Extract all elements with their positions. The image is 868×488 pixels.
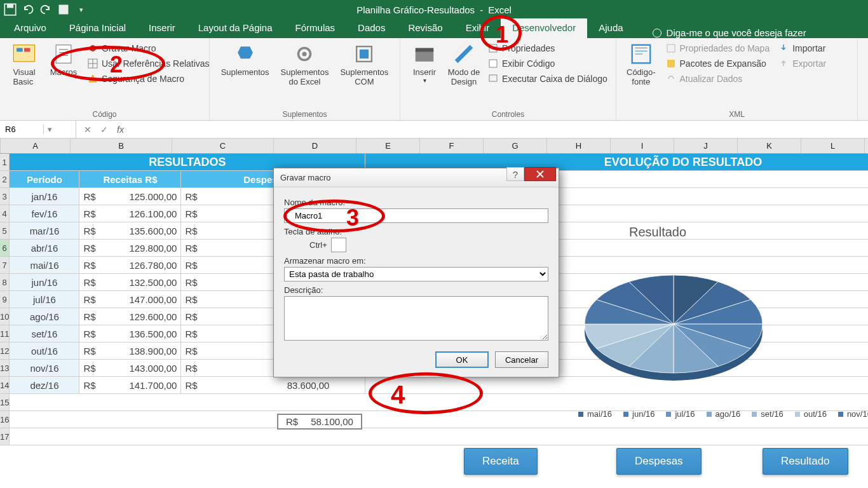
tab-formulas[interactable]: Fórmulas	[284, 18, 347, 38]
seguranca-macro-button[interactable]: Segurança de Macro	[85, 72, 212, 85]
cell[interactable]: mar/16	[10, 222, 79, 239]
row-header-15[interactable]: 15	[0, 394, 10, 411]
cell[interactable]: out/16	[10, 342, 79, 359]
col-I[interactable]: I	[611, 139, 674, 153]
row-header-1[interactable]: 1	[0, 154, 10, 171]
tab-dados[interactable]: Dados	[346, 18, 397, 38]
cell[interactable]: R$135.600,00	[79, 222, 181, 239]
gravar-macro-button[interactable]: Gravar Macro	[85, 42, 212, 55]
visual-basic-button[interactable]: Visual Basic	[6, 41, 42, 88]
tab-desenvolvedor[interactable]: Desenvolvedor	[501, 18, 587, 38]
col-E[interactable]: E	[356, 139, 420, 153]
pacotes-expansao-button[interactable]: Pacotes de Expansão	[663, 57, 773, 70]
tab-pagina-inicial[interactable]: Página Inicial	[58, 18, 137, 38]
col-F[interactable]: F	[420, 139, 484, 153]
row-header-12[interactable]: 12	[0, 342, 10, 360]
dialog-help-button[interactable]: ?	[506, 167, 524, 181]
shortcut-input[interactable]	[331, 238, 346, 252]
receita-button[interactable]: Receita	[464, 448, 538, 475]
codigo-fonte-button[interactable]: Código- fonte	[623, 41, 660, 88]
namebox-dropdown-icon[interactable]: ▾	[43, 125, 52, 134]
tab-ajuda[interactable]: Ajuda	[587, 18, 634, 38]
cell[interactable]: Período	[10, 171, 79, 187]
cell[interactable]: nov/16	[10, 360, 79, 376]
cell[interactable]: Receitas R$	[79, 171, 181, 187]
cell[interactable]: fev/16	[10, 205, 79, 222]
cell[interactable]: jun/16	[10, 274, 79, 290]
row-header-5[interactable]: 5	[0, 222, 10, 240]
col-G[interactable]: G	[484, 139, 547, 153]
col-B[interactable]: B	[71, 139, 172, 153]
row-header-7[interactable]: 7	[0, 257, 10, 274]
row-header-17[interactable]: 17	[0, 428, 10, 445]
ok-button[interactable]: OK	[435, 351, 489, 368]
fx-icon[interactable]: fx	[117, 125, 124, 135]
row-header-13[interactable]: 13	[0, 360, 10, 377]
cell[interactable]: jul/16	[10, 291, 79, 308]
cell[interactable]: R$126.780,00	[79, 257, 181, 273]
cell[interactable]: ago/16	[10, 308, 79, 325]
cell[interactable]: R$141.700,00	[79, 377, 181, 393]
row-header-4[interactable]: 4	[0, 205, 10, 222]
cell[interactable]: R$126.100,00	[79, 205, 181, 222]
prop-mapa-button[interactable]: Propriedades do Mapa	[663, 42, 773, 55]
suplementos-com-button[interactable]: Suplementos COM	[336, 41, 392, 88]
tab-revisao[interactable]: Revisão	[397, 18, 454, 38]
col-K[interactable]: K	[738, 139, 801, 153]
row-header-3[interactable]: 3	[0, 188, 10, 205]
col-M[interactable]: M	[865, 139, 868, 153]
cell[interactable]: jan/16	[10, 188, 79, 205]
save-icon[interactable]	[4, 3, 17, 16]
exibir-codigo-button[interactable]: Exibir Código	[485, 57, 610, 70]
modo-design-button[interactable]: Modo de Design	[446, 41, 482, 88]
name-box[interactable]: ▾	[0, 121, 76, 138]
dialog-close-button[interactable]	[524, 167, 556, 181]
col-A[interactable]: A	[1, 139, 71, 153]
cancel-formula-icon[interactable]: ✕	[84, 125, 92, 135]
cell[interactable]: set/16	[10, 325, 79, 342]
suplementos-excel-button[interactable]: Suplementos do Excel	[277, 41, 333, 88]
cell[interactable]: dez/16	[10, 377, 79, 393]
col-H[interactable]: H	[547, 139, 611, 153]
row-header-6[interactable]: 6	[0, 240, 10, 257]
row-header-9[interactable]: 9	[0, 291, 10, 308]
col-C[interactable]: C	[172, 139, 274, 153]
despesas-button[interactable]: Despesas	[616, 448, 702, 475]
cell[interactable]: R$143.000,00	[79, 360, 181, 376]
col-D[interactable]: D	[274, 139, 356, 153]
cell[interactable]: R$147.000,00	[79, 291, 181, 308]
cell[interactable]: R$132.500,00	[79, 274, 181, 290]
cell[interactable]: mai/16	[10, 257, 79, 273]
cell[interactable]: R$83.600,00	[181, 377, 365, 393]
macro-name-input[interactable]	[284, 208, 548, 223]
row-header-10[interactable]: 10	[0, 308, 10, 325]
store-select[interactable]: Esta pasta de trabalho	[284, 267, 548, 281]
row-header-16[interactable]: 16	[0, 411, 10, 428]
name-box-input[interactable]	[5, 125, 43, 134]
tab-exibir[interactable]: Exibir	[454, 18, 501, 38]
suplementos-button[interactable]: Suplementos	[217, 41, 273, 78]
cell[interactable]: R$136.500,00	[79, 325, 181, 342]
save2-icon[interactable]	[57, 3, 70, 16]
cell[interactable]: R$129.600,00	[79, 308, 181, 325]
row-header-8[interactable]: 8	[0, 274, 10, 291]
description-input[interactable]	[284, 296, 548, 341]
tellme[interactable]: Diga-me o que você deseja fazer	[635, 27, 806, 38]
cancel-button[interactable]: Cancelar	[495, 351, 548, 368]
row-header-14[interactable]: 14	[0, 377, 10, 394]
tab-arquivo[interactable]: Arquivo	[3, 18, 58, 38]
importar-button[interactable]: Importar	[776, 42, 829, 55]
dialog-title[interactable]: Gravar macro ?	[274, 168, 559, 187]
executar-dialogo-button[interactable]: Executar Caixa de Diálogo	[485, 72, 610, 85]
cell[interactable]: R$129.800,00	[79, 240, 181, 256]
accept-formula-icon[interactable]: ✓	[100, 125, 108, 135]
redo-icon[interactable]	[39, 3, 52, 16]
exportar-button[interactable]: Exportar	[776, 57, 829, 70]
resultado-button[interactable]: Resultado	[763, 448, 848, 475]
row-header-2[interactable]: 2	[0, 171, 10, 188]
referencias-relativas-button[interactable]: Usar Referências Relativas	[85, 57, 212, 70]
cell[interactable]: R$138.900,00	[79, 342, 181, 359]
qat-dropdown-icon[interactable]: ▾	[75, 3, 88, 16]
macros-button[interactable]: Macros	[46, 41, 81, 78]
cell[interactable]: abr/16	[10, 240, 79, 256]
